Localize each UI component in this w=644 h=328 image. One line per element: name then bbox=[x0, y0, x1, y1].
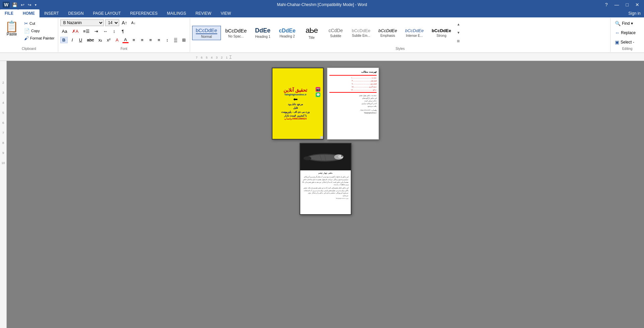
style-intenseemph-label: Intense E... bbox=[406, 34, 423, 37]
page2-body-line5: یافت می‌شود bbox=[329, 105, 377, 107]
style-heading1[interactable]: DdEe Heading 1 bbox=[251, 25, 274, 40]
strikethrough-button[interactable]: abc bbox=[85, 37, 96, 43]
borders-button[interactable]: ⊞ bbox=[180, 37, 188, 43]
page3-citation: منبع: Tahghighonline.ir bbox=[302, 197, 349, 200]
tab-design[interactable]: DESIGN bbox=[64, 9, 88, 17]
page2-body: مقدمه: ماهی چهار چشم این ماهی از گونه‌ها… bbox=[329, 94, 377, 107]
page1-content: تحقیق آنلاین Tahghighonline.ir ⬅ مرجع دا… bbox=[272, 68, 323, 139]
qa-save[interactable]: 💾 bbox=[11, 2, 18, 8]
clipboard-content: 📋 Paste ✂ Cut 📄 Copy 🖌 Format Painter bbox=[2, 19, 56, 46]
underline-button[interactable]: U bbox=[77, 37, 84, 43]
help-button[interactable]: ? bbox=[603, 2, 610, 7]
tab-review[interactable]: REVIEW bbox=[191, 9, 216, 17]
tab-pagelayout[interactable]: PAGE LAYOUT bbox=[88, 9, 126, 17]
vruler-5: 5 bbox=[2, 111, 4, 114]
cut-button[interactable]: ✂ Cut bbox=[23, 20, 56, 27]
subscript-button[interactable]: x₂ bbox=[97, 37, 104, 43]
marks-button[interactable]: ¶ bbox=[119, 28, 127, 34]
style-intenseemph[interactable]: bCcDdEe Intense E... bbox=[401, 26, 427, 39]
style-emphasis[interactable]: bCcDdEe Emphasis bbox=[375, 26, 401, 39]
select-button[interactable]: ▣ Select - bbox=[613, 38, 642, 46]
grow-font-button[interactable]: A↑ bbox=[120, 19, 129, 26]
document-page-2[interactable]: فهرست مطالب مقدمه ......................… bbox=[327, 68, 379, 140]
bold-button[interactable]: B bbox=[60, 37, 68, 43]
tab-file[interactable]: FILE bbox=[0, 9, 18, 17]
document-page-3[interactable]: ماهی چهار چشم این ماهی از خانواده آناپسی… bbox=[300, 143, 351, 215]
minimize-button[interactable]: — bbox=[613, 2, 621, 7]
style-subtleemph-label: Subtle Em... bbox=[352, 34, 370, 37]
list-buttons[interactable]: ≡☰ bbox=[81, 28, 91, 34]
qa-customize[interactable]: ▾ bbox=[34, 2, 37, 7]
font-family-select[interactable]: B Nazanin bbox=[60, 19, 104, 26]
style-title[interactable]: аЬе Title bbox=[300, 24, 323, 41]
copy-label: Copy bbox=[31, 29, 40, 33]
toc-line2: فصل اول ................................… bbox=[329, 79, 377, 82]
style-heading2-label: Heading 2 bbox=[279, 34, 295, 38]
replace-button[interactable]: ↔ Replace bbox=[613, 29, 642, 37]
ruler-5: 5 bbox=[204, 56, 209, 59]
sort-button[interactable]: ↕ bbox=[110, 28, 118, 34]
qa-undo[interactable]: ↩ bbox=[20, 2, 25, 8]
align-center-button[interactable]: ≡ bbox=[139, 37, 146, 43]
page3-title: ماهی چهار چشم bbox=[302, 172, 349, 175]
svg-point-7 bbox=[303, 156, 311, 160]
document-area[interactable]: تحقیق آنلاین Tahghighonline.ir ⬅ مرجع دا… bbox=[7, 61, 644, 328]
vruler-6: 6 bbox=[2, 121, 4, 125]
qa-redo[interactable]: ↪ bbox=[27, 2, 32, 8]
styles-scroll-up[interactable]: ▲ bbox=[457, 23, 460, 26]
tab-mailings[interactable]: MAILINGS bbox=[162, 9, 191, 17]
ribbon-tabs: FILE HOME INSERT DESIGN PAGE LAYOUT REFE… bbox=[0, 9, 644, 17]
style-nospace[interactable]: bCcDdEe No Spac... bbox=[222, 26, 250, 40]
style-heading2[interactable]: cDdEe Heading 2 bbox=[275, 26, 299, 40]
shrink-font-button[interactable]: A↓ bbox=[130, 20, 137, 25]
ruler-1: 1 bbox=[224, 56, 229, 59]
toc-line1: مقدمه ..................................… bbox=[329, 76, 377, 79]
tab-insert[interactable]: INSERT bbox=[39, 9, 64, 17]
font-row-1b: Aa ✗A ≡☰ ⇥ ↔ ↕ ¶ bbox=[60, 28, 188, 34]
close-button[interactable]: ✕ bbox=[633, 2, 641, 7]
clipboard-label: Clipboard bbox=[2, 47, 56, 51]
style-normal[interactable]: bCcDdEe Normal bbox=[192, 26, 221, 40]
text-highlight-button[interactable]: A bbox=[113, 37, 121, 43]
paste-button[interactable]: 📋 Paste bbox=[2, 19, 21, 38]
italic-button[interactable]: I bbox=[69, 37, 76, 43]
font-size-select[interactable]: 14 bbox=[105, 19, 119, 26]
style-strong[interactable]: bCcDdEe Strong bbox=[428, 26, 455, 39]
style-subtitle[interactable]: cCdDe Subtitle bbox=[324, 26, 347, 39]
shading-button[interactable]: ▒ bbox=[172, 37, 179, 43]
align-left-button[interactable]: ≡ bbox=[130, 37, 138, 43]
clear-format-button[interactable]: ✗A bbox=[70, 28, 80, 34]
copy-button[interactable]: 📄 Copy bbox=[23, 27, 56, 34]
linespace-button[interactable]: ↕ bbox=[164, 37, 171, 43]
style-normal-label: Normal bbox=[201, 35, 212, 38]
snake-fish-illustration bbox=[300, 144, 351, 170]
superscript-button[interactable]: x² bbox=[105, 37, 112, 43]
justify-button[interactable]: ≡ bbox=[155, 37, 163, 43]
tab-view[interactable]: VIEW bbox=[216, 9, 236, 17]
tab-references[interactable]: REFERENCES bbox=[126, 9, 162, 17]
format-painter-button[interactable]: 🖌 Format Painter bbox=[23, 35, 56, 42]
styles-scroll-down[interactable]: ▼ bbox=[457, 31, 460, 34]
indent-buttons[interactable]: ⇥ bbox=[93, 28, 100, 34]
page2-footer: واتساپ: ۰۹۹۸۱۳۶۶۶۲۴ Tahghighonline.ir bbox=[329, 109, 377, 114]
vruler-9: 9 bbox=[2, 151, 4, 155]
tab-home[interactable]: HOME bbox=[18, 9, 39, 17]
para-dir-button[interactable]: ↔ bbox=[101, 28, 109, 34]
font-case-button[interactable]: Aa bbox=[60, 28, 69, 34]
maximize-button[interactable]: □ bbox=[624, 2, 631, 7]
page1-contact: 09981366624 واتساپ bbox=[284, 117, 307, 120]
page2-body-line2: این ماهی از گونه‌های bbox=[329, 97, 377, 99]
title-bar-left: W 💾 ↩ ↪ ▾ bbox=[3, 2, 37, 8]
align-right-button[interactable]: ≡ bbox=[147, 37, 154, 43]
document-page-1[interactable]: تحقیق آنلاین Tahghighonline.ir ⬅ مرجع دا… bbox=[272, 68, 324, 140]
toc-line5: منابع ..................................… bbox=[329, 88, 377, 91]
ruler-marks: 7 6 5 4 3 2 1 ⌶ bbox=[194, 55, 232, 59]
style-subtleemph[interactable]: bCcDdEe Subtle Em... bbox=[348, 26, 374, 39]
sign-in-button[interactable]: Sign in bbox=[625, 10, 644, 17]
paste-icon: 📋 bbox=[5, 21, 18, 32]
page-row-1: تحقیق آنلاین Tahghighonline.ir ⬅ مرجع دا… bbox=[272, 68, 379, 140]
replace-label: Replace bbox=[621, 30, 636, 35]
toc-line3: فصل دوم ................................… bbox=[329, 82, 377, 85]
styles-expand[interactable]: ⊞ bbox=[457, 39, 460, 43]
find-button[interactable]: 🔍 Find ▾ bbox=[613, 19, 642, 27]
